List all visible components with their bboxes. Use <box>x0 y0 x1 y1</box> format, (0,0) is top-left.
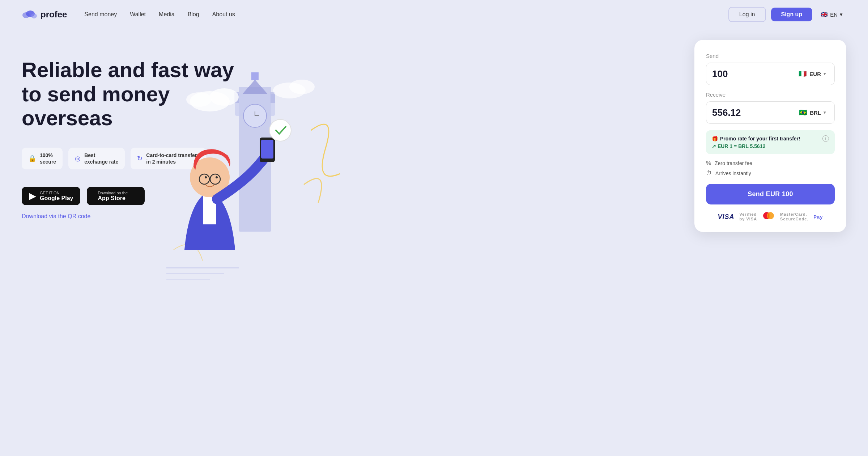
logo[interactable]: profee <box>22 9 67 20</box>
google-play-icon: ▶ <box>29 190 36 202</box>
zero-fee-row: % Zero transfer fee <box>706 160 835 166</box>
receive-input-row[interactable]: 🇧🇷 BRL ▾ <box>706 101 835 124</box>
promo-title: 🎁 Promo rate for your first transfer! <box>712 136 800 142</box>
svg-point-26 <box>269 119 291 141</box>
nav-actions: Log in Sign up 🇬🇧 EN ▾ <box>728 7 846 22</box>
promo-rate: ↗ EUR 1 = BRL 5.5612 <box>712 143 829 149</box>
verified-visa-logo: Verifiedby VISA <box>740 212 757 221</box>
mastercard-securecode-logo: MasterCard.SecureCode. <box>780 212 808 221</box>
pay-logo: Pay <box>813 214 823 220</box>
send-flag: 🇮🇹 <box>798 69 807 78</box>
send-label: Send <box>706 53 835 59</box>
arrives-label: Arrives instantly <box>715 170 751 176</box>
hero-left: Reliable and fast way to send money over… <box>22 43 239 220</box>
svg-point-16 <box>289 80 315 94</box>
hero-title: Reliable and fast way to send money over… <box>22 58 239 130</box>
feature-secure-label: 100%secure <box>40 152 56 165</box>
svg-rect-11 <box>271 92 275 103</box>
svg-rect-24 <box>260 138 275 162</box>
receive-currency-chevron: ▾ <box>824 110 826 115</box>
feature-exchange-label: Bestexchange rate <box>84 152 118 165</box>
nav-about-us[interactable]: About us <box>212 11 235 18</box>
qr-download-link[interactable]: Download via the QR code <box>22 213 90 219</box>
transfer-info: % Zero transfer fee ⏱ Arrives instantly <box>706 160 835 177</box>
receive-currency-code: BRL <box>810 110 821 116</box>
mastercard-logo <box>762 212 775 222</box>
app-store-main: App Store <box>98 195 128 202</box>
svg-rect-3 <box>239 87 271 232</box>
feature-secure: 🔒 100%secure <box>22 148 63 169</box>
percent-icon: % <box>706 160 711 166</box>
gift-icon: 🎁 <box>712 136 718 142</box>
google-play-main: Google Play <box>40 195 73 202</box>
flag-uk-icon: 🇬🇧 <box>821 11 828 18</box>
nav-send-money[interactable]: Send money <box>84 11 117 18</box>
exchange-icon: ◎ <box>75 155 81 162</box>
navbar: profee Send money Wallet Media Blog Abou… <box>0 0 868 29</box>
app-buttons: ▶ GET IT ON Google Play Download on the … <box>22 187 239 205</box>
nav-links: Send money Wallet Media Blog About us <box>84 11 728 18</box>
login-button[interactable]: Log in <box>728 7 766 22</box>
lang-label: EN <box>830 12 838 18</box>
brand-name: profee <box>41 9 67 20</box>
feature-transfer: ↻ Card-to-card transfersin 2 minutes <box>131 148 206 169</box>
send-card: Send 🇮🇹 EUR ▾ Receive 🇧🇷 BRL ▾ 🎁 Promo <box>694 40 846 232</box>
zero-fee-label: Zero transfer fee <box>715 160 752 166</box>
send-currency-chevron: ▾ <box>824 71 826 76</box>
hero-section: Reliable and fast way to send money over… <box>0 29 868 326</box>
promo-box: 🎁 Promo rate for your first transfer! i … <box>706 130 835 154</box>
google-play-button[interactable]: ▶ GET IT ON Google Play <box>22 187 80 205</box>
signup-button[interactable]: Sign up <box>771 8 813 21</box>
chevron-down-icon: ▾ <box>840 11 843 18</box>
visa-logo: VISA <box>718 213 735 221</box>
receive-label: Receive <box>706 92 835 98</box>
send-currency-code: EUR <box>809 71 821 77</box>
nav-blog[interactable]: Blog <box>188 11 199 18</box>
svg-point-5 <box>243 104 267 127</box>
send-input-row[interactable]: 🇮🇹 EUR ▾ <box>706 63 835 85</box>
feature-transfer-label: Card-to-card transfersin 2 minutes <box>146 152 200 165</box>
send-amount-input[interactable] <box>712 68 792 80</box>
svg-rect-25 <box>261 140 273 159</box>
receive-amount-input[interactable] <box>712 107 792 118</box>
app-store-sub: Download on the <box>98 191 128 195</box>
svg-marker-8 <box>242 80 268 94</box>
payment-logos: VISA Verifiedby VISA MasterCard.SecureCo… <box>706 212 835 222</box>
nav-wallet[interactable]: Wallet <box>130 11 146 18</box>
promo-info-icon[interactable]: i <box>822 135 829 142</box>
svg-rect-9 <box>251 72 259 80</box>
feature-exchange: ◎ Bestexchange rate <box>68 148 125 169</box>
send-button[interactable]: Send EUR 100 <box>706 184 835 204</box>
app-store-button[interactable]: Download on the App Store <box>87 187 145 205</box>
language-selector[interactable]: 🇬🇧 EN ▾ <box>817 9 846 20</box>
arrives-row: ⏱ Arrives instantly <box>706 170 835 177</box>
features-row: 🔒 100%secure ◎ Bestexchange rate ↻ Card-… <box>22 148 239 169</box>
receive-currency-selector[interactable]: 🇧🇷 BRL ▾ <box>796 107 829 118</box>
clock-icon: ⏱ <box>706 170 712 177</box>
lock-icon: 🔒 <box>28 155 36 162</box>
transfer-icon: ↻ <box>137 155 142 162</box>
nav-media[interactable]: Media <box>159 11 175 18</box>
google-play-sub: GET IT ON <box>40 191 73 195</box>
svg-point-15 <box>273 83 306 98</box>
rate-arrow-icon: ↗ <box>712 143 716 149</box>
send-currency-selector[interactable]: 🇮🇹 EUR ▾ <box>795 68 829 80</box>
svg-point-2 <box>31 13 37 18</box>
svg-rect-4 <box>235 94 275 116</box>
receive-flag: 🇧🇷 <box>799 108 807 117</box>
